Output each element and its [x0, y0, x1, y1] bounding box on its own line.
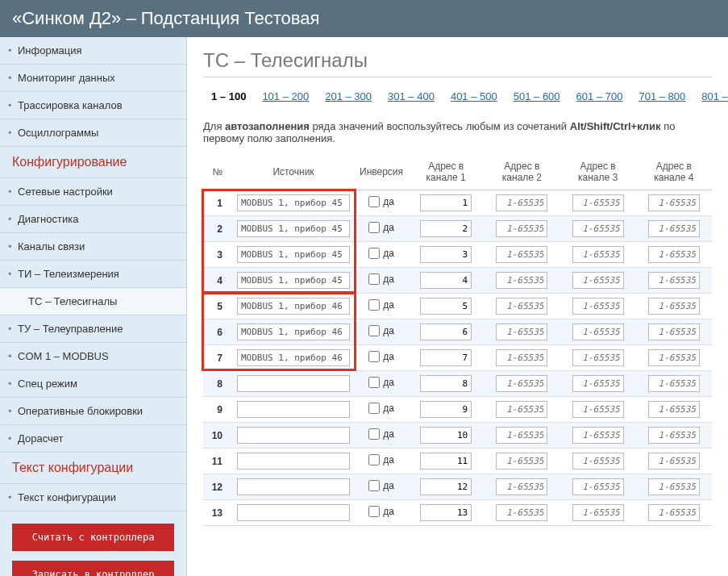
inversion-checkbox[interactable] — [368, 248, 380, 259]
addr4-input[interactable] — [648, 194, 700, 211]
source-input[interactable] — [237, 272, 350, 289]
nav-net[interactable]: Сетевые настройки — [0, 178, 186, 206]
addr1-input[interactable] — [420, 453, 472, 470]
addr1-input[interactable] — [420, 504, 472, 521]
write-controller-button[interactable]: Записать в контроллер — [12, 561, 174, 576]
read-controller-button[interactable]: Считать с контроллера — [12, 524, 174, 551]
source-input[interactable] — [237, 194, 350, 211]
source-input[interactable] — [237, 349, 350, 366]
addr2-input[interactable] — [496, 194, 547, 211]
addr1-input[interactable] — [420, 298, 472, 315]
page-link[interactable]: 801 – 900 — [701, 90, 728, 102]
nav-monitoring[interactable]: Мониторинг данных — [0, 65, 186, 92]
inversion-checkbox[interactable] — [368, 325, 380, 336]
nav-channels[interactable]: Каналы связи — [0, 233, 186, 261]
addr1-input[interactable] — [420, 220, 472, 237]
addr4-input[interactable] — [648, 272, 700, 289]
addr3-input[interactable] — [572, 504, 624, 521]
addr2-input[interactable] — [496, 272, 547, 289]
inversion-checkbox[interactable] — [368, 196, 380, 207]
source-input[interactable] — [237, 504, 350, 521]
page-link[interactable]: 101 – 200 — [262, 90, 309, 102]
addr1-input[interactable] — [420, 194, 472, 211]
nav-spec[interactable]: Спец режим — [0, 370, 186, 398]
addr4-input[interactable] — [648, 504, 700, 521]
addr4-input[interactable] — [648, 246, 700, 263]
nav-calc[interactable]: Дорасчет — [0, 425, 186, 453]
source-input[interactable] — [237, 401, 350, 418]
addr1-input[interactable] — [420, 272, 472, 289]
page-link[interactable]: 301 – 400 — [388, 90, 435, 102]
addr4-input[interactable] — [648, 427, 700, 444]
addr2-input[interactable] — [496, 401, 547, 418]
inversion-checkbox[interactable] — [368, 351, 380, 362]
nav-info[interactable]: Информация — [0, 37, 186, 65]
page-link[interactable]: 701 – 800 — [639, 90, 685, 102]
source-input[interactable] — [237, 427, 350, 444]
addr1-input[interactable] — [420, 246, 472, 263]
nav-tu[interactable]: ТУ – Телеуправление — [0, 315, 186, 343]
addr2-input[interactable] — [496, 323, 547, 340]
addr1-input[interactable] — [420, 375, 472, 392]
addr3-input[interactable] — [572, 349, 624, 366]
source-input[interactable] — [237, 375, 350, 392]
addr2-input[interactable] — [496, 427, 547, 444]
page-link[interactable]: 401 – 500 — [451, 90, 497, 102]
addr3-input[interactable] — [572, 298, 624, 315]
addr3-input[interactable] — [572, 478, 624, 495]
addr4-input[interactable] — [648, 298, 700, 315]
source-input[interactable] — [237, 453, 350, 470]
addr3-input[interactable] — [572, 323, 624, 340]
addr3-input[interactable] — [572, 375, 624, 392]
addr1-input[interactable] — [420, 349, 472, 366]
addr4-input[interactable] — [648, 375, 700, 392]
source-input[interactable] — [237, 323, 350, 340]
addr3-input[interactable] — [572, 272, 624, 289]
addr2-input[interactable] — [496, 246, 547, 263]
addr3-input[interactable] — [572, 220, 624, 237]
inversion-checkbox[interactable] — [368, 506, 380, 517]
addr2-input[interactable] — [496, 298, 547, 315]
addr2-input[interactable] — [496, 375, 547, 392]
inversion-checkbox[interactable] — [368, 428, 380, 440]
addr2-input[interactable] — [496, 478, 547, 495]
addr4-input[interactable] — [648, 323, 700, 340]
inversion-checkbox[interactable] — [368, 222, 380, 233]
addr3-input[interactable] — [572, 246, 624, 263]
addr1-input[interactable] — [420, 323, 472, 340]
addr4-input[interactable] — [648, 220, 700, 237]
page-link[interactable]: 501 – 600 — [514, 90, 560, 102]
nav-textcfg[interactable]: Текст конфигурации — [0, 484, 186, 511]
addr1-input[interactable] — [420, 427, 472, 444]
inversion-checkbox[interactable] — [368, 454, 380, 465]
nav-com1[interactable]: COM 1 – MODBUS — [0, 343, 186, 370]
page-link[interactable]: 201 – 300 — [325, 90, 372, 102]
nav-blocks[interactable]: Оперативные блокировки — [0, 398, 186, 425]
addr4-input[interactable] — [648, 478, 700, 495]
addr3-input[interactable] — [572, 427, 624, 444]
source-input[interactable] — [237, 298, 350, 315]
nav-osc[interactable]: Осциллограммы — [0, 119, 186, 147]
inversion-checkbox[interactable] — [368, 299, 380, 311]
source-input[interactable] — [237, 246, 350, 263]
nav-diag[interactable]: Диагностика — [0, 206, 186, 233]
addr2-input[interactable] — [496, 453, 547, 470]
inversion-checkbox[interactable] — [368, 273, 380, 285]
addr2-input[interactable] — [496, 504, 547, 521]
source-input[interactable] — [237, 220, 350, 237]
addr4-input[interactable] — [648, 401, 700, 418]
inversion-checkbox[interactable] — [368, 377, 380, 388]
addr3-input[interactable] — [572, 453, 624, 470]
addr2-input[interactable] — [496, 349, 547, 366]
addr4-input[interactable] — [648, 349, 700, 366]
addr1-input[interactable] — [420, 478, 472, 495]
page-link[interactable]: 601 – 700 — [576, 90, 623, 102]
nav-ts[interactable]: ТС – Телесигналы — [0, 288, 186, 315]
addr2-input[interactable] — [496, 220, 547, 237]
nav-trace[interactable]: Трассировка каналов — [0, 92, 186, 119]
source-input[interactable] — [237, 478, 350, 495]
addr3-input[interactable] — [572, 194, 624, 211]
inversion-checkbox[interactable] — [368, 403, 380, 414]
inversion-checkbox[interactable] — [368, 480, 380, 491]
nav-ti[interactable]: ТИ – Телеизмерения — [0, 261, 186, 288]
